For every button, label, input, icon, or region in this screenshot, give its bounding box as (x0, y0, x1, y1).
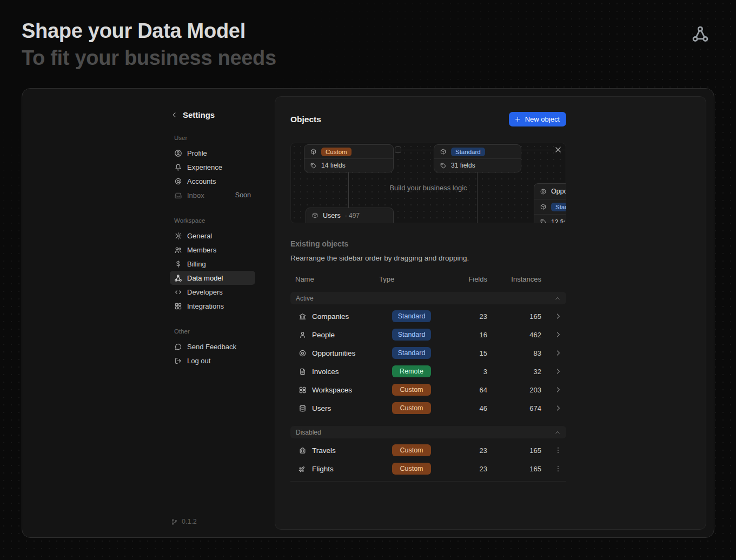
canvas-node-custom[interactable]: Custom 14 fields (304, 144, 394, 172)
logout-icon (174, 357, 182, 365)
object-name-cell: Companies (290, 312, 379, 321)
sidebar-item-billing[interactable]: Billing (170, 257, 255, 271)
row-action[interactable] (541, 404, 566, 412)
canvas-node-standard[interactable]: Standard 31 fields (434, 144, 521, 172)
settings-window: Settings UserProfileExperienceAccountsIn… (22, 88, 714, 538)
type-badge: Custom (392, 444, 431, 456)
sidebar-item-log-out[interactable]: Log out (170, 354, 255, 368)
settings-sidebar: Settings UserProfileExperienceAccountsIn… (170, 89, 255, 537)
sidebar-sections: UserProfileExperienceAccountsInboxSoonWo… (170, 119, 255, 368)
database-icon (299, 404, 307, 412)
sidebar-item-members[interactable]: Members (170, 243, 255, 257)
group-header-disabled[interactable]: Disabled (290, 426, 566, 438)
sidebar-item-developers[interactable]: Developers (170, 285, 255, 299)
sidebar-item-data-model[interactable]: Data model (170, 271, 255, 285)
type-badge: Remote (392, 365, 431, 377)
sidebar-item-accounts[interactable]: Accounts (170, 174, 255, 188)
object-type-cell: Standard (379, 310, 455, 322)
sidebar-section-workspace: WorkspaceGeneralMembersBillingData model… (170, 217, 255, 313)
object-row-workspaces[interactable]: WorkspacesCustom64203 (290, 381, 566, 399)
column-type: Type (379, 275, 455, 283)
sidebar-item-profile[interactable]: Profile (170, 146, 255, 160)
data-model-logo-icon (691, 25, 710, 43)
object-instances: 165 (487, 312, 541, 321)
kebab-icon (554, 465, 562, 472)
connector-line (477, 172, 478, 223)
close-icon[interactable] (554, 145, 562, 154)
tag-icon (540, 218, 547, 223)
soon-badge: Soon (235, 191, 251, 199)
object-row-travels[interactable]: TravelsCustom23165 (290, 441, 566, 459)
new-object-button[interactable]: New object (509, 112, 566, 126)
object-type-cell: Custom (379, 463, 455, 475)
settings-back-button[interactable]: Settings (170, 110, 255, 119)
object-name-cell: Opportunities (290, 349, 379, 357)
object-name: Invoices (312, 368, 339, 376)
column-instances: Instances (487, 275, 541, 283)
object-row-invoices[interactable]: InvoicesRemote332 (290, 362, 566, 381)
row-action[interactable] (541, 312, 566, 320)
canvas-node-opportunities[interactable]: Opportunities Standard 12 fields (534, 183, 566, 223)
chat-icon (174, 343, 182, 351)
object-row-opportunities[interactable]: OpportunitiesStandard1583 (290, 344, 566, 362)
sidebar-item-inbox[interactable]: InboxSoon (170, 188, 255, 202)
kebab-icon (554, 446, 562, 454)
object-type-cell: Custom (379, 402, 455, 414)
canvas-caption: Build your business logic (291, 184, 566, 192)
object-fields: 15 (455, 349, 487, 357)
row-action[interactable] (541, 465, 566, 472)
object-name: Companies (312, 312, 349, 321)
hero-subtitle: To fit your business needs (22, 46, 276, 70)
standard-badge: Standard (551, 203, 566, 211)
person-icon (299, 331, 307, 339)
object-type-cell: Standard (379, 329, 455, 341)
object-row-companies[interactable]: CompaniesStandard23165 (290, 307, 566, 325)
chevron-up-icon (554, 295, 561, 302)
row-action[interactable] (541, 368, 566, 375)
sidebar-item-integrations[interactable]: Integrations (170, 299, 255, 313)
grid-icon (174, 302, 182, 310)
row-action[interactable] (541, 349, 566, 357)
section-label: Other (174, 328, 255, 335)
fields-count: 14 fields (321, 162, 346, 169)
object-fields: 23 (455, 446, 487, 455)
chevron-right-icon (554, 404, 562, 412)
node-badge-row: Standard (534, 199, 566, 214)
sidebar-item-experience[interactable]: Experience (170, 160, 255, 174)
users-icon (174, 246, 182, 254)
git-branch-icon (171, 518, 178, 525)
inbox-icon (174, 191, 182, 199)
suitcase-icon (299, 446, 307, 455)
window-empty-area (22, 89, 170, 537)
sidebar-item-send-feedback[interactable]: Send Feedback (170, 339, 255, 354)
connector-line (348, 172, 349, 208)
canvas-node-users[interactable]: Users · 497 (306, 208, 394, 223)
sidebar-item-label: Profile (187, 149, 207, 157)
building-icon (299, 312, 307, 321)
object-fields: 23 (455, 312, 487, 321)
fields-count: 12 fields (551, 218, 566, 224)
sidebar-item-label: Accounts (187, 177, 216, 185)
row-action[interactable] (541, 446, 566, 454)
group-label: Active (296, 295, 314, 302)
tag-icon (310, 162, 317, 169)
sidebar-item-label: Billing (187, 260, 206, 268)
object-row-people[interactable]: PeopleStandard16462 (290, 325, 566, 344)
sidebar-item-general[interactable]: General (170, 229, 255, 243)
group-label: Disabled (296, 429, 321, 436)
object-name-cell: Invoices (290, 368, 379, 376)
plus-icon (514, 116, 521, 123)
object-row-flights[interactable]: FlightsCustom23165 (290, 459, 566, 478)
object-name-cell: Travels (290, 446, 379, 455)
object-row-users[interactable]: UsersCustom46674 (290, 399, 566, 417)
row-action[interactable] (541, 386, 566, 394)
node-title-row: Opportunities (534, 184, 566, 199)
node-name: Opportunities (551, 188, 566, 195)
row-action[interactable] (541, 331, 566, 338)
object-name-cell: Workspaces (290, 386, 379, 394)
sidebar-item-label: Developers (187, 288, 223, 296)
table-bottom-divider (290, 481, 566, 482)
object-instances: 203 (487, 386, 541, 394)
group-header-active[interactable]: Active (290, 292, 566, 304)
user-circle-icon (174, 149, 182, 157)
